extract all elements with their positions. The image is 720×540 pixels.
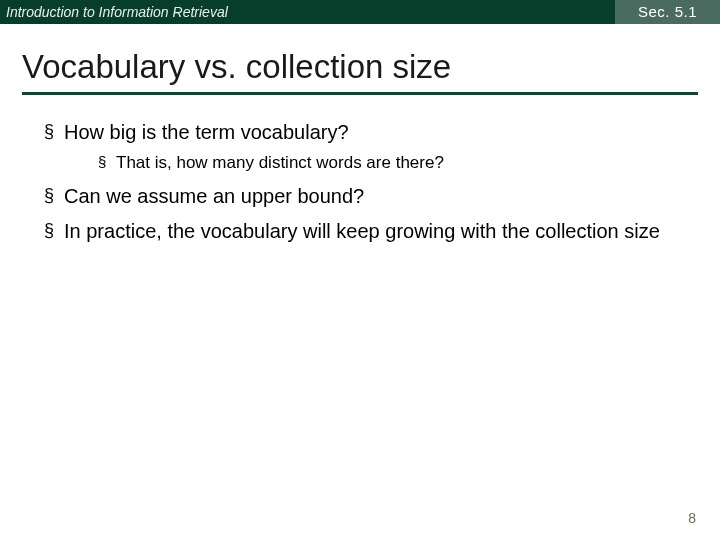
slide-header: Introduction to Information Retrieval Se… xyxy=(0,0,720,24)
slide-title: Vocabulary vs. collection size xyxy=(22,48,698,95)
title-container: Vocabulary vs. collection size xyxy=(0,24,720,101)
list-item: Can we assume an upper bound? xyxy=(44,183,690,210)
list-item: How big is the term vocabulary? That is,… xyxy=(44,119,690,175)
slide-content: How big is the term vocabulary? That is,… xyxy=(0,101,720,245)
header-section-label: Sec. 5.1 xyxy=(615,0,720,24)
bullet-text: That is, how many distinct words are the… xyxy=(116,153,444,172)
list-item: In practice, the vocabulary will keep gr… xyxy=(44,218,690,245)
list-item: That is, how many distinct words are the… xyxy=(98,152,690,175)
bullet-list: How big is the term vocabulary? That is,… xyxy=(30,119,690,245)
bullet-text: In practice, the vocabulary will keep gr… xyxy=(64,220,660,242)
bullet-text: How big is the term vocabulary? xyxy=(64,121,349,143)
header-course-title: Introduction to Information Retrieval xyxy=(0,0,615,24)
page-number: 8 xyxy=(688,510,696,526)
sub-bullet-list: That is, how many distinct words are the… xyxy=(64,152,690,175)
bullet-text: Can we assume an upper bound? xyxy=(64,185,364,207)
